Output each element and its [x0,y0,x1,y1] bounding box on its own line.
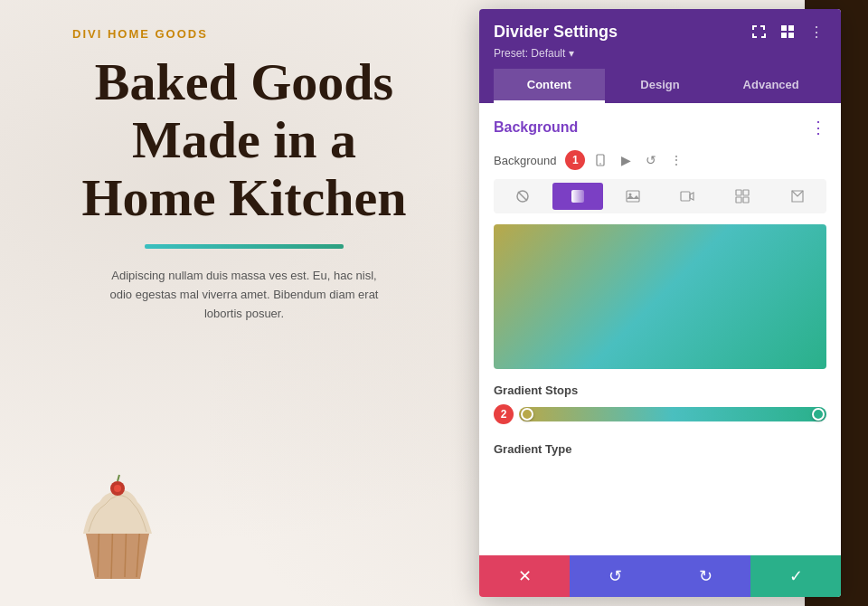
redo-button[interactable]: ↻ [660,555,750,597]
type-gradient-btn[interactable] [552,183,604,210]
type-icons-row [494,179,826,213]
svg-rect-19 [736,190,741,195]
gradient-stops-label: Gradient Stops [494,383,826,397]
tab-content[interactable]: Content [494,69,605,103]
stop-right[interactable] [812,408,825,421]
grid-icon[interactable] [778,22,797,42]
type-pattern-btn[interactable] [717,183,769,210]
svg-rect-9 [781,33,787,38]
badge-2: 2 [494,404,514,424]
stop-left[interactable] [521,408,533,421]
panel-actions: ✕ ↺ ↻ ✓ [479,555,841,597]
type-video-btn[interactable] [662,183,713,210]
fullscreen-icon[interactable] [749,22,769,42]
panel-header-icons: ⋮ [749,22,826,42]
svg-rect-16 [627,191,639,202]
more-bg-icon[interactable]: ⋮ [666,150,686,170]
cursor-icon[interactable]: ▶ [616,150,636,170]
confirm-button[interactable]: ✓ [750,555,841,597]
page-body-text: Adipiscing nullam duis massa ves est. Eu… [99,267,389,323]
settings-panel: Divider Settings ⋮ Preset: Default ▾ Con… [479,9,841,597]
svg-rect-20 [743,190,749,195]
svg-rect-7 [781,25,787,31]
panel-tabs: Content Design Advanced [494,69,826,103]
panel-body: Background ⋮ Background 1 ▶ ↺ ⋮ [479,103,841,555]
svg-rect-8 [788,25,794,31]
tab-advanced[interactable]: Advanced [715,69,826,103]
svg-point-5 [114,485,121,492]
tab-design[interactable]: Design [605,69,716,103]
reset-icon[interactable]: ↺ [641,150,661,170]
svg-rect-10 [788,33,794,38]
undo-button[interactable]: ↺ [570,555,660,597]
gradient-preview [494,224,826,369]
panel-header: Divider Settings ⋮ Preset: Default ▾ Con… [479,9,841,103]
svg-rect-22 [743,197,749,203]
panel-header-top: Divider Settings ⋮ [494,22,826,42]
type-none-btn[interactable] [497,183,549,210]
gradient-slider-container: 2 [494,404,826,424]
type-image-btn[interactable] [607,183,658,210]
bg-row: Background 1 ▶ ↺ ⋮ [494,150,826,170]
panel-preset[interactable]: Preset: Default ▾ [494,47,826,60]
bg-label: Background [494,154,556,167]
section-title: Background [494,119,578,136]
svg-rect-15 [571,190,584,203]
svg-rect-18 [681,192,690,201]
svg-rect-21 [736,197,741,203]
section-menu-icon[interactable]: ⋮ [810,118,826,137]
gradient-type-label: Gradient Type [494,442,826,456]
mobile-icon[interactable] [590,150,610,170]
more-options-icon[interactable]: ⋮ [807,22,826,42]
section-header: Background ⋮ [494,118,826,137]
cupcake-illustration [54,461,199,606]
svg-line-6 [118,475,119,481]
panel-title: Divider Settings [494,23,618,42]
svg-point-12 [600,163,602,165]
gradient-track[interactable] [519,407,826,421]
badge-1: 1 [565,150,585,170]
cancel-button[interactable]: ✕ [479,555,570,597]
bg-controls: ▶ ↺ ⋮ [590,150,686,170]
svg-line-14 [518,192,527,201]
type-mask-btn[interactable] [771,183,823,210]
divider-line [145,244,344,249]
page-title: Baked Goods Made in a Home Kitchen [81,53,406,226]
brand-name: DIVI HOME GOODS [72,27,208,41]
